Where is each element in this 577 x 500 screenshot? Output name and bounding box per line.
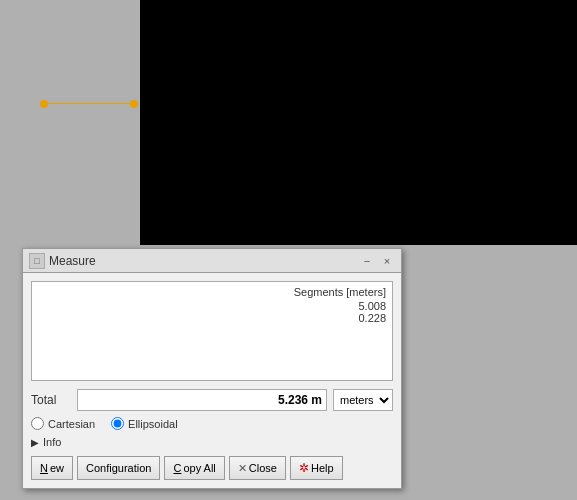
help-label: Help (311, 462, 334, 474)
cartesian-label: Cartesian (48, 418, 95, 430)
measure-dialog: □ Measure − × Segments [meters] 5.008 0.… (22, 248, 402, 489)
segments-header: Segments [meters] (38, 286, 386, 298)
configuration-label: Configuration (86, 462, 151, 474)
radio-row: Cartesian Ellipsoidal (31, 417, 393, 430)
copy-all-label: opy All (183, 462, 215, 474)
total-row: Total 5.236 m meters feet miles km (31, 389, 393, 411)
close-button[interactable]: ✕ Close (229, 456, 286, 480)
titlebar-controls: − × (359, 253, 395, 269)
total-label: Total (31, 393, 71, 407)
black-region (140, 0, 577, 245)
button-row: New Configuration Copy All ✕ Close ✲ Hel… (31, 456, 393, 480)
info-arrow-icon: ▶ (31, 437, 39, 448)
copy-all-button[interactable]: Copy All (164, 456, 224, 480)
new-label: ew (50, 462, 64, 474)
close-label: Close (249, 462, 277, 474)
close-window-button[interactable]: × (379, 253, 395, 269)
measure-dot-right (130, 100, 138, 108)
dialog-window-icon: □ (29, 253, 45, 269)
close-x-icon: ✕ (238, 462, 247, 475)
ellipsoidal-radio[interactable] (111, 417, 124, 430)
segments-area: Segments [meters] 5.008 0.228 (31, 281, 393, 381)
unit-select[interactable]: meters feet miles km (333, 389, 393, 411)
info-row: ▶ Info (31, 436, 393, 448)
info-label: Info (43, 436, 61, 448)
ellipsoidal-radio-item[interactable]: Ellipsoidal (111, 417, 178, 430)
segment-value-2: 0.228 (38, 312, 386, 324)
cartesian-radio-item[interactable]: Cartesian (31, 417, 95, 430)
dialog-titlebar: □ Measure − × (23, 249, 401, 273)
titlebar-left: □ Measure (29, 253, 96, 269)
help-button[interactable]: ✲ Help (290, 456, 343, 480)
measure-dot-left (40, 100, 48, 108)
configuration-button[interactable]: Configuration (77, 456, 160, 480)
ellipsoidal-label: Ellipsoidal (128, 418, 178, 430)
total-value: 5.236 m (77, 389, 327, 411)
measure-line (44, 103, 134, 104)
new-button[interactable]: New (31, 456, 73, 480)
help-icon: ✲ (299, 461, 309, 475)
dialog-title: Measure (49, 254, 96, 268)
dialog-content: Segments [meters] 5.008 0.228 Total 5.23… (23, 273, 401, 488)
cartesian-radio[interactable] (31, 417, 44, 430)
minimize-button[interactable]: − (359, 253, 375, 269)
segment-value-1: 5.008 (38, 300, 386, 312)
